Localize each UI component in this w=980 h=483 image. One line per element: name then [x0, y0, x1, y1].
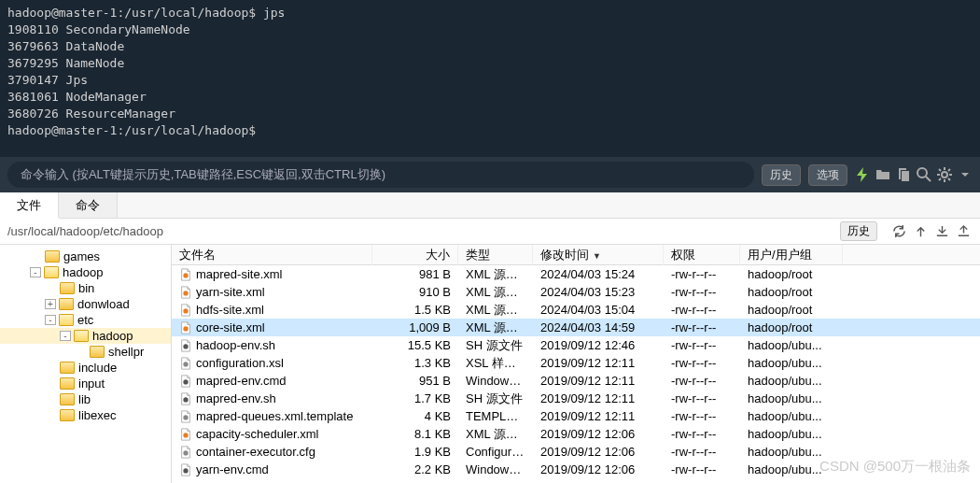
folder-icon [74, 330, 89, 342]
folder-icon [60, 282, 75, 294]
directory-tree: games-hadoopbin+donwload-etc-hadoopshell… [0, 245, 172, 483]
file-type: XML 源文... [458, 426, 533, 443]
file-row[interactable]: mapred-queues.xml.template4 KBTEMPLAT...… [172, 407, 980, 425]
file-size: 910 B [372, 285, 458, 299]
file-date: 2019/09/12 12:46 [533, 338, 664, 352]
file-icon [179, 286, 192, 299]
tree-item-input[interactable]: input [0, 376, 171, 391]
file-row[interactable]: mapred-env.cmd951 BWindows ...2019/09/12… [172, 372, 980, 390]
main-area: games-hadoopbin+donwload-etc-hadoopshell… [0, 245, 980, 483]
file-owner: hadoop/root [740, 267, 843, 281]
file-type: XML 源文... [458, 302, 533, 319]
download-icon[interactable] [958, 167, 973, 182]
svg-point-8 [183, 379, 188, 384]
refresh-icon[interactable] [892, 224, 906, 238]
file-date: 2019/09/12 12:11 [533, 374, 664, 388]
tree-expander[interactable]: - [30, 267, 41, 277]
file-size: 951 B [372, 374, 458, 388]
svg-point-5 [183, 326, 188, 331]
folder-icon [59, 314, 74, 326]
file-row[interactable]: yarn-env.cmd2.2 KBWindows ...2019/09/12 … [172, 461, 980, 478]
tree-item-include[interactable]: include [0, 360, 171, 376]
terminal-line: 1908110 SecondaryNameNode [7, 21, 973, 38]
copy-icon[interactable] [896, 167, 911, 182]
file-row[interactable]: container-executor.cfg1.9 KBConfigura...… [172, 443, 980, 461]
svg-point-2 [183, 273, 188, 277]
file-icon [179, 428, 192, 441]
file-owner: hadoop/root [740, 303, 843, 317]
file-name: configuration.xsl [196, 356, 284, 370]
bolt-icon[interactable] [855, 167, 870, 182]
tree-item-hadoop[interactable]: -hadoop [0, 328, 171, 344]
file-type: TEMPLAT... [458, 409, 533, 423]
file-row[interactable]: yarn-site.xml910 BXML 源文...2024/04/03 15… [172, 283, 980, 301]
file-size: 15.5 KB [372, 338, 458, 352]
file-icon [179, 463, 192, 476]
col-perm[interactable]: 权限 [664, 245, 740, 265]
file-row[interactable]: hadoop-env.sh15.5 KBSH 源文件2019/09/12 12:… [172, 336, 980, 354]
file-type: XML 源文... [458, 266, 533, 283]
gear-icon[interactable] [937, 167, 952, 182]
svg-point-3 [183, 291, 188, 295]
tree-item-bin[interactable]: bin [0, 280, 171, 296]
svg-point-13 [183, 468, 188, 473]
file-date: 2024/04/03 15:04 [533, 303, 664, 317]
tree-expander[interactable]: - [60, 331, 71, 341]
file-icon [179, 321, 192, 334]
tree-item-hadoop[interactable]: -hadoop [0, 264, 171, 280]
file-row[interactable]: core-site.xml1,009 BXML 源文...2024/04/03 … [172, 319, 980, 336]
col-owner[interactable]: 用户/用户组 [740, 245, 843, 265]
tabs: 文件 命令 [0, 192, 980, 219]
folder-icon[interactable] [875, 167, 890, 182]
tree-item-shellpr[interactable]: shellpr [0, 344, 171, 360]
file-row[interactable]: mapred-env.sh1.7 KBSH 源文件2019/09/12 12:1… [172, 390, 980, 407]
command-bar: 命令输入 (按ALT键提示历史,TAB键路径,ESC键返回,双击CTRL切换) … [0, 157, 980, 192]
file-name: mapred-env.sh [196, 391, 276, 405]
tab-command[interactable]: 命令 [59, 192, 118, 218]
col-name[interactable]: 文件名 [172, 245, 372, 265]
file-name: mapred-queues.xml.template [196, 409, 353, 423]
search-icon[interactable] [917, 167, 931, 182]
file-owner: hadoop/ubu... [740, 445, 843, 459]
tree-label: libexec [78, 408, 116, 422]
file-date: 2019/09/12 12:11 [533, 356, 664, 370]
command-input[interactable]: 命令输入 (按ALT键提示历史,TAB键路径,ESC键返回,双击CTRL切换) [7, 162, 754, 188]
options-button[interactable]: 选项 [808, 164, 847, 186]
tree-item-etc[interactable]: -etc [0, 312, 171, 328]
svg-point-10 [183, 415, 188, 419]
tree-item-games[interactable]: games [0, 249, 171, 264]
file-row[interactable]: configuration.xsl1.3 KBXSL 样式表2019/09/12… [172, 354, 980, 372]
tab-file[interactable]: 文件 [0, 192, 59, 219]
tree-label: hadoop [92, 329, 133, 343]
tree-label: shellpr [108, 345, 144, 359]
terminal-line: 3679663 DataNode [7, 38, 973, 55]
tree-expander[interactable]: + [45, 299, 56, 309]
history-button[interactable]: 历史 [762, 164, 801, 186]
file-row[interactable]: capacity-scheduler.xml8.1 KBXML 源文...201… [172, 425, 980, 443]
file-type: SH 源文件 [458, 337, 533, 354]
folder-icon [59, 298, 74, 310]
path-input[interactable] [0, 220, 834, 242]
file-owner: hadoop/root [740, 285, 843, 299]
tree-item-lib[interactable]: lib [0, 391, 171, 407]
upload-icon[interactable] [957, 224, 971, 238]
file-row[interactable]: hdfs-site.xml1.5 KBXML 源文...2024/04/03 1… [172, 301, 980, 319]
file-perm: -rw-r--r-- [664, 267, 740, 281]
col-date[interactable]: 修改时间▼ [533, 245, 664, 265]
file-date: 2024/04/03 15:23 [533, 285, 664, 299]
file-name: core-site.xml [196, 320, 265, 334]
path-history-button[interactable]: 历史 [840, 221, 877, 241]
file-row[interactable]: mapred-site.xml981 BXML 源文...2024/04/03 … [172, 265, 980, 283]
terminal-line: hadoop@master-1:/usr/local/hadoop$ jps [7, 5, 973, 21]
file-date: 2019/09/12 12:06 [533, 427, 664, 441]
col-type[interactable]: 类型 [458, 245, 533, 265]
tree-item-libexec[interactable]: libexec [0, 407, 171, 423]
col-size[interactable]: 大小 [372, 245, 458, 265]
file-owner: hadoop/ubu... [740, 391, 843, 405]
tree-label: games [63, 249, 100, 263]
up-icon[interactable] [914, 224, 928, 238]
tree-label: include [78, 361, 117, 375]
tree-item-donwload[interactable]: +donwload [0, 296, 171, 312]
tree-expander[interactable]: - [45, 315, 56, 325]
download-to-icon[interactable] [935, 224, 949, 238]
